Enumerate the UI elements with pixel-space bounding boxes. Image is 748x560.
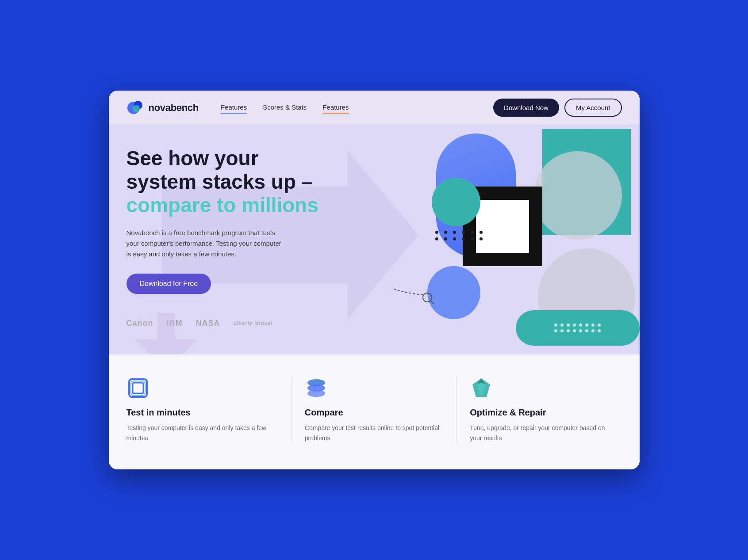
feature-compare-desc: Compare your test results online to spot… — [305, 423, 443, 443]
hero-highlight: compare to millions — [127, 194, 348, 217]
logo-icon — [127, 99, 144, 117]
arrow-down-decoration — [135, 313, 197, 354]
feature-test-title: Test in minutes — [127, 408, 278, 418]
svg-line-7 — [431, 301, 434, 304]
download-free-button[interactable]: Download for Free — [127, 274, 211, 294]
feature-optimize-desc: Tune, upgrade, or repair your computer b… — [470, 423, 608, 443]
nav-buttons: Download Now My Account — [493, 99, 621, 117]
feature-test-desc: Testing your computer is easy and only t… — [127, 423, 278, 443]
nav-links: Features Scores & Stats Features — [221, 103, 484, 112]
logo[interactable]: novabench — [127, 99, 199, 117]
svg-marker-4 — [135, 313, 197, 354]
logo-text: novabench — [149, 102, 199, 114]
hero-title: See how your system stacks up – compare … — [127, 147, 348, 217]
hero-section: See how your system stacks up – compare … — [109, 125, 640, 354]
feature-optimize: Optimize & Repair Tune, upgrade, or repa… — [456, 377, 621, 443]
svg-point-13 — [307, 390, 325, 397]
hero-description: Novabench is a free benchmark program th… — [127, 228, 286, 259]
nav-link-scores[interactable]: Scores & Stats — [263, 103, 307, 112]
browser-window: novabench Features Scores & Stats Featur… — [109, 91, 640, 469]
my-account-button[interactable]: My Account — [564, 99, 622, 117]
liberty-mutual-logo: Liberty Mutual — [234, 320, 273, 326]
optimize-icon — [470, 377, 493, 400]
download-now-button[interactable]: Download Now — [493, 99, 559, 117]
navbar: novabench Features Scores & Stats Featur… — [109, 91, 640, 125]
feature-test: Test in minutes Testing your computer is… — [127, 377, 292, 443]
feature-optimize-title: Optimize & Repair — [470, 408, 608, 418]
svg-point-6 — [423, 293, 432, 302]
hero-content: See how your system stacks up – compare … — [127, 147, 348, 328]
nasa-logo: NASA — [196, 319, 220, 328]
teal-pill — [516, 310, 640, 346]
test-icon — [127, 377, 150, 400]
svg-rect-9 — [133, 383, 143, 393]
teal-circle — [432, 178, 480, 226]
feature-compare-title: Compare — [305, 408, 443, 418]
hero-shapes — [392, 125, 640, 354]
nav-link-features2[interactable]: Features — [322, 103, 349, 112]
svg-point-2 — [133, 105, 140, 112]
gray-circle — [533, 151, 622, 240]
feature-compare: Compare Compare your test results online… — [292, 377, 456, 443]
features-section: Test in minutes Testing your computer is… — [109, 354, 640, 469]
compare-icon — [305, 377, 328, 400]
dots-grid — [435, 231, 485, 240]
nav-link-features1[interactable]: Features — [221, 103, 247, 112]
